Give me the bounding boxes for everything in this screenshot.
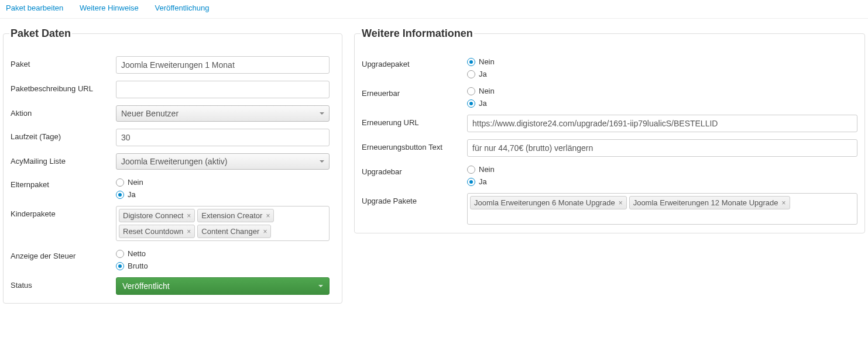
radio-upgradepaket-nein[interactable]: Nein bbox=[467, 57, 857, 66]
radio-label-ja: Ja bbox=[479, 70, 487, 78]
radio-label-nein: Nein bbox=[479, 165, 495, 174]
label-paket: Paket bbox=[11, 56, 116, 68]
radio-erneuerbar-nein[interactable]: Nein bbox=[467, 87, 857, 95]
tag-digistore-connect: Digistore Connect × bbox=[119, 209, 195, 222]
radio-label-netto: Netto bbox=[128, 249, 146, 258]
radio-icon bbox=[116, 191, 124, 199]
caret-down-icon bbox=[318, 285, 323, 287]
select-acymailing-liste[interactable]: Joomla Erweiterungen (aktiv) bbox=[116, 153, 330, 170]
radio-icon bbox=[467, 99, 475, 108]
radio-upgradebar-nein[interactable]: Nein bbox=[467, 165, 857, 174]
label-erneuerbar: Erneuerbar bbox=[362, 85, 467, 98]
radio-label-ja: Ja bbox=[479, 177, 487, 186]
close-icon[interactable]: × bbox=[263, 228, 267, 236]
tagbox-upgrade-pakete[interactable]: Joomla Erweiterungen 6 Monate Upgrade × … bbox=[467, 193, 857, 225]
input-erneuerung-url[interactable] bbox=[467, 115, 857, 132]
radio-steuer-netto[interactable]: Netto bbox=[116, 249, 335, 258]
label-acymailing-liste: AcyMailing Liste bbox=[11, 153, 116, 166]
radio-label-ja: Ja bbox=[128, 190, 136, 199]
radio-steuer-brutto[interactable]: Brutto bbox=[116, 261, 335, 270]
radio-label-nein: Nein bbox=[479, 57, 495, 66]
radio-upgradepaket-ja[interactable]: Ja bbox=[467, 70, 857, 78]
radio-label-ja: Ja bbox=[479, 99, 487, 108]
label-upgradepaket: Upgradepaket bbox=[362, 56, 467, 68]
label-kinderpakete: Kinderpakete bbox=[11, 206, 116, 218]
label-upgrade-pakete: Upgrade Pakete bbox=[362, 193, 467, 205]
radio-icon bbox=[116, 262, 124, 270]
label-status: Status bbox=[11, 277, 116, 290]
label-elternpaket: Elternpaket bbox=[11, 177, 116, 189]
select-acymailing-value: Joomla Erweiterungen (aktiv) bbox=[121, 157, 227, 166]
tagbox-kinderpakete[interactable]: Digistore Connect × Extension Creator × … bbox=[116, 206, 330, 241]
radio-erneuerbar-ja[interactable]: Ja bbox=[467, 99, 857, 108]
input-paket[interactable] bbox=[116, 56, 330, 74]
tag-upgrade-12-monate: Joomla Erweiterungen 12 Monate Upgrade × bbox=[629, 196, 790, 209]
select-status[interactable]: Veröffentlicht bbox=[116, 277, 330, 295]
radio-label-brutto: Brutto bbox=[128, 261, 148, 270]
close-icon[interactable]: × bbox=[266, 212, 270, 220]
close-icon[interactable]: × bbox=[782, 199, 786, 207]
tab-weitere-hinweise[interactable]: Weitere Hinweise bbox=[80, 4, 139, 12]
radio-icon bbox=[467, 58, 475, 66]
radio-icon bbox=[467, 87, 475, 95]
caret-down-icon bbox=[320, 160, 324, 163]
input-laufzeit[interactable] bbox=[116, 129, 330, 146]
label-anzeige-steuer: Anzeige der Steuer bbox=[11, 248, 116, 260]
radio-label-nein: Nein bbox=[479, 87, 495, 95]
radio-label-nein: Nein bbox=[128, 178, 143, 187]
radio-icon bbox=[467, 70, 475, 78]
label-laufzeit: Laufzeit (Tage) bbox=[11, 129, 116, 141]
radio-elternpaket-nein[interactable]: Nein bbox=[116, 178, 335, 187]
radio-icon bbox=[116, 250, 124, 258]
close-icon[interactable]: × bbox=[187, 212, 191, 220]
radio-icon bbox=[467, 166, 475, 174]
tab-paket-bearbeiten[interactable]: Paket bearbeiten bbox=[6, 4, 63, 12]
fieldset-paket-daten: Paket Daten Paket Paketbeschreibung URL … bbox=[3, 27, 342, 304]
radio-elternpaket-ja[interactable]: Ja bbox=[116, 190, 335, 199]
fieldset-weitere-informationen: Weitere Informationen Upgradepaket Nein … bbox=[354, 27, 865, 233]
label-paketbeschreibung-url: Paketbeschreibung URL bbox=[11, 81, 116, 93]
tab-veroeffentlichung[interactable]: Veröffentlichung bbox=[155, 4, 209, 12]
caret-down-icon bbox=[320, 112, 324, 115]
select-status-value: Veröffentlicht bbox=[122, 281, 170, 291]
radio-upgradebar-ja[interactable]: Ja bbox=[467, 177, 857, 186]
input-erneuerungsbutton-text[interactable] bbox=[467, 139, 857, 157]
radio-icon bbox=[467, 178, 475, 186]
select-aktion-value: Neuer Benutzer bbox=[121, 109, 179, 118]
select-aktion[interactable]: Neuer Benutzer bbox=[116, 105, 330, 122]
label-erneuerung-url: Erneuerung URL bbox=[362, 115, 467, 127]
tag-upgrade-6-monate: Joomla Erweiterungen 6 Monate Upgrade × bbox=[470, 196, 627, 209]
tag-content-changer: Content Changer × bbox=[197, 225, 271, 238]
tag-reset-countdown: Reset Countdown × bbox=[119, 225, 195, 238]
label-upgradebar: Upgradebar bbox=[362, 164, 467, 176]
input-paketbeschreibung-url[interactable] bbox=[116, 81, 330, 98]
label-aktion: Aktion bbox=[11, 105, 116, 118]
tag-extension-creator: Extension Creator × bbox=[197, 209, 274, 222]
legend-weitere-informationen: Weitere Informationen bbox=[361, 27, 474, 40]
label-erneuerungsbutton-text: Erneuerungsbutton Text bbox=[362, 139, 467, 152]
radio-icon bbox=[116, 178, 124, 187]
tabs-nav: Paket bearbeiten Weitere Hinweise Veröff… bbox=[0, 0, 868, 19]
legend-paket-daten: Paket Daten bbox=[9, 27, 72, 40]
close-icon[interactable]: × bbox=[187, 228, 191, 236]
close-icon[interactable]: × bbox=[619, 199, 623, 207]
